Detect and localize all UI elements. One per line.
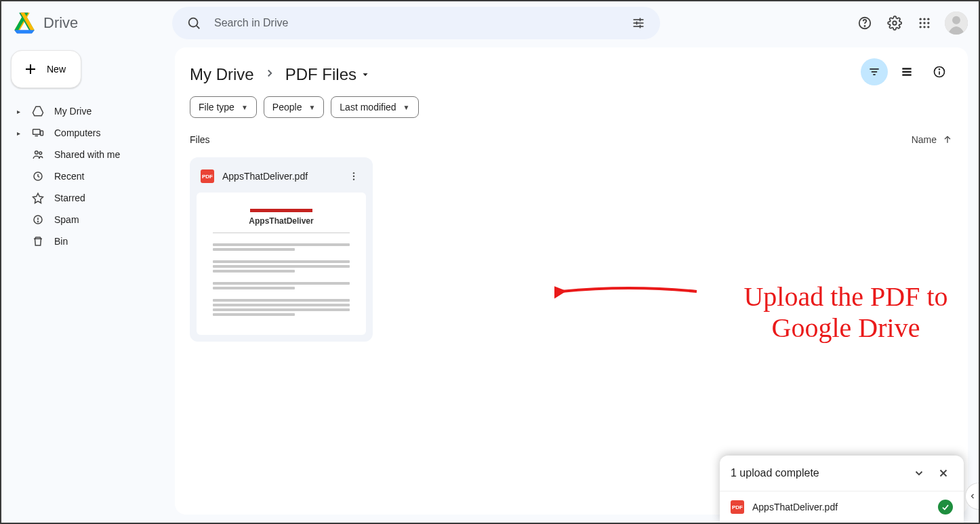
file-name: AppsThatDeliver.pdf xyxy=(222,171,336,182)
filter-toggle-icon[interactable] xyxy=(861,58,888,85)
new-button[interactable]: New xyxy=(11,50,81,88)
svg-point-40 xyxy=(38,222,39,222)
svg-line-7 xyxy=(197,26,199,28)
filter-label: File type xyxy=(199,102,234,113)
sidebar-item-label: Spam xyxy=(54,214,79,225)
sidebar-item-label: Starred xyxy=(54,193,85,203)
product-name: Drive xyxy=(43,14,78,32)
sort-label: Name xyxy=(912,134,937,145)
svg-marker-30 xyxy=(33,106,43,116)
toast-title: 1 upload complete xyxy=(731,467,819,479)
file-card[interactable]: PDF AppsThatDeliver.pdf AppsThatDeliver xyxy=(190,157,373,342)
list-view-icon[interactable] xyxy=(893,58,920,85)
drive-logo-area[interactable]: Drive xyxy=(11,9,167,37)
svg-point-27 xyxy=(952,16,960,24)
svg-marker-41 xyxy=(363,73,368,76)
toast-close-icon[interactable] xyxy=(934,464,953,483)
breadcrumb-current-label: PDF Files xyxy=(285,65,356,84)
svg-point-22 xyxy=(927,22,929,24)
sidebar-item-bin[interactable]: Bin xyxy=(11,230,164,252)
new-button-label: New xyxy=(47,64,66,75)
svg-point-24 xyxy=(923,26,925,28)
caret-icon: ▸ xyxy=(15,108,22,115)
chevron-down-icon xyxy=(361,70,370,79)
breadcrumb: My Drive PDF Files xyxy=(190,58,953,91)
svg-marker-37 xyxy=(33,193,43,203)
breadcrumb-current[interactable]: PDF Files xyxy=(285,65,370,84)
svg-rect-45 xyxy=(902,68,911,70)
star-icon xyxy=(31,192,45,204)
filter-last-modified[interactable]: Last modified ▼ xyxy=(331,96,418,118)
sidebar-item-computers[interactable]: ▸ Computers xyxy=(11,122,164,144)
view-toolbar xyxy=(861,58,953,85)
toast-collapse-icon[interactable] xyxy=(910,464,928,483)
svg-point-25 xyxy=(927,26,929,28)
sidebar-item-label: Bin xyxy=(54,236,68,247)
filter-label: Last modified xyxy=(340,102,396,113)
svg-rect-10 xyxy=(634,26,644,27)
svg-point-50 xyxy=(939,69,940,70)
pdf-icon: PDF xyxy=(201,169,214,183)
svg-rect-31 xyxy=(33,129,41,135)
svg-rect-11 xyxy=(640,18,641,22)
settings-icon[interactable] xyxy=(881,9,908,37)
more-actions-icon[interactable] xyxy=(344,167,363,186)
sidebar-item-label: Computers xyxy=(54,127,100,138)
pdf-icon: PDF xyxy=(731,500,744,514)
sidebar-item-spam[interactable]: Spam xyxy=(11,209,164,230)
thumb-title: AppsThatDeliver xyxy=(249,216,313,226)
upload-toast: 1 upload complete PDF AppsThatDeliver.pd… xyxy=(720,456,964,523)
svg-rect-32 xyxy=(41,131,43,136)
header-actions xyxy=(851,9,968,37)
sidebar-item-label: Shared with me xyxy=(54,149,120,160)
sidebar-item-starred[interactable]: Starred xyxy=(11,187,164,209)
search-options-icon[interactable] xyxy=(625,9,652,37)
breadcrumb-root[interactable]: My Drive xyxy=(190,65,254,84)
account-avatar[interactable] xyxy=(945,12,968,35)
toast-item-name: AppsThatDeliver.pdf xyxy=(752,502,838,512)
svg-point-17 xyxy=(920,18,922,20)
svg-rect-46 xyxy=(902,71,911,73)
trash-icon xyxy=(31,235,45,247)
search-input[interactable] xyxy=(214,17,618,29)
filter-row: File type ▼ People ▼ Last modified ▼ xyxy=(190,96,953,118)
chevron-down-icon: ▼ xyxy=(241,104,248,111)
search-bar[interactable] xyxy=(172,7,660,39)
devices-icon xyxy=(31,127,45,139)
drive-icon xyxy=(31,105,45,117)
sidebar-item-recent[interactable]: Recent xyxy=(11,165,164,187)
filter-file-type[interactable]: File type ▼ xyxy=(190,96,257,118)
app-header: Drive xyxy=(1,1,979,45)
people-icon xyxy=(31,148,45,161)
filter-people[interactable]: People ▼ xyxy=(264,96,325,118)
svg-point-52 xyxy=(353,172,354,174)
svg-point-16 xyxy=(893,21,897,25)
chevron-down-icon: ▼ xyxy=(308,104,315,111)
info-icon[interactable] xyxy=(926,58,953,85)
svg-rect-44 xyxy=(873,74,875,75)
drive-logo-icon xyxy=(11,9,38,37)
help-icon[interactable] xyxy=(851,9,878,37)
arrow-up-icon xyxy=(942,134,953,145)
svg-point-35 xyxy=(39,152,42,155)
svg-rect-12 xyxy=(636,22,638,25)
chevron-right-icon xyxy=(264,67,276,82)
svg-point-23 xyxy=(920,26,922,28)
sort-control[interactable]: Name xyxy=(912,134,953,145)
sidebar-item-my-drive[interactable]: ▸ My Drive xyxy=(11,100,164,122)
sidebar-item-shared[interactable]: Shared with me xyxy=(11,144,164,165)
file-thumbnail: AppsThatDeliver xyxy=(197,193,366,335)
toast-item[interactable]: PDF AppsThatDeliver.pdf xyxy=(720,491,964,523)
caret-icon: ▸ xyxy=(15,129,22,137)
svg-marker-5 xyxy=(14,31,34,34)
apps-icon[interactable] xyxy=(911,9,938,37)
search-icon[interactable] xyxy=(180,9,207,37)
section-label: Files xyxy=(190,134,210,145)
svg-point-19 xyxy=(927,18,929,20)
chevron-down-icon: ▼ xyxy=(403,104,410,111)
filter-label: People xyxy=(272,102,302,113)
clock-icon xyxy=(31,170,45,182)
svg-point-54 xyxy=(353,178,354,180)
svg-point-21 xyxy=(923,22,925,24)
svg-rect-13 xyxy=(640,25,641,28)
